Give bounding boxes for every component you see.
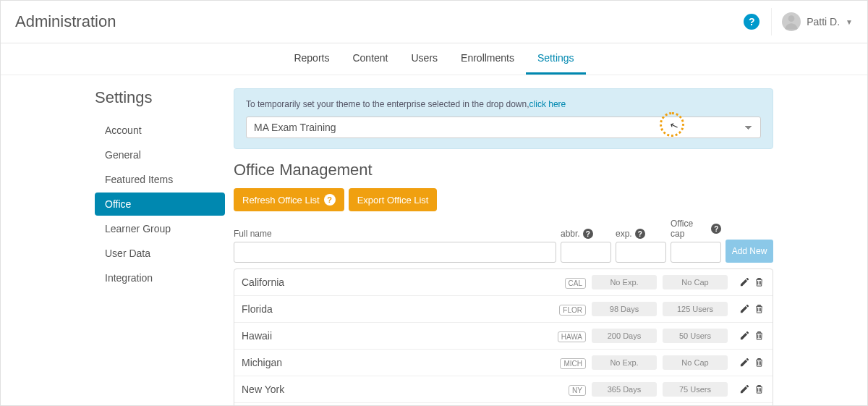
office-name: Michigan — [242, 357, 540, 368]
user-menu[interactable]: Patti D. ▼ — [771, 8, 853, 35]
office-list: California CAL No Exp. No Cap Florida FL… — [234, 268, 773, 406]
delete-icon[interactable] — [754, 276, 765, 288]
tab-enrollments[interactable]: Enrollments — [449, 43, 526, 75]
cap-pill: No Cap — [663, 275, 728, 289]
office-row: New York NY 365 Days 75 Users — [234, 376, 773, 403]
caret-down-icon: ▼ — [846, 18, 853, 26]
abbr-badge: HAWA — [558, 331, 586, 342]
tab-users[interactable]: Users — [400, 43, 450, 75]
sidebar-item-user-data[interactable]: User Data — [95, 242, 225, 265]
sidebar-item-office[interactable]: Office — [95, 193, 225, 216]
cap-pill: No Cap — [663, 355, 728, 370]
sidebar-item-account[interactable]: Account — [95, 119, 225, 142]
help-icon[interactable]: ? — [635, 229, 645, 239]
exp-input[interactable] — [616, 242, 666, 263]
exp-pill: No Exp. — [592, 275, 657, 289]
delete-icon[interactable] — [754, 384, 765, 395]
tab-content[interactable]: Content — [341, 43, 399, 75]
edit-icon[interactable] — [739, 303, 751, 315]
avatar — [782, 12, 801, 31]
fullname-label: Full name — [234, 229, 556, 239]
banner-text-label: To temporarily set your theme to the ent… — [246, 99, 529, 109]
abbr-label: abbr. ? — [561, 229, 611, 239]
abbr-badge: CAL — [565, 278, 586, 289]
sidebar-item-featured-items[interactable]: Featured Items — [95, 168, 225, 191]
export-button-label: Export Office List — [357, 195, 429, 206]
office-row: Florida FLOR 98 Days 125 Users — [234, 296, 773, 323]
export-office-list-button[interactable]: Export Office List — [349, 188, 438, 211]
tab-reports[interactable]: Reports — [282, 43, 341, 75]
help-icon[interactable]: ? — [583, 229, 593, 239]
sidebar-item-integration[interactable]: Integration — [95, 266, 225, 289]
help-icon: ? — [324, 194, 336, 206]
exp-pill: No Exp. — [592, 355, 657, 370]
cap-pill: 75 Users — [663, 382, 728, 397]
exp-pill: 98 Days — [592, 302, 657, 316]
refresh-button-label: Refresh Office List — [242, 195, 320, 206]
abbr-badge: NY — [569, 385, 586, 396]
cap-pill: 50 Users — [663, 329, 728, 343]
edit-icon[interactable] — [739, 384, 751, 395]
office-row: Hawaii HAWA 200 Days 50 Users — [234, 323, 773, 350]
office-row: Michigan MICH No Exp. No Cap — [234, 350, 773, 376]
abbr-input[interactable] — [561, 242, 611, 263]
banner-text: To temporarily set your theme to the ent… — [246, 99, 761, 109]
office-name: Hawaii — [242, 330, 540, 342]
fullname-input[interactable] — [234, 242, 556, 263]
edit-icon[interactable] — [739, 330, 751, 342]
sidebar-title: Settings — [95, 88, 225, 107]
help-icon[interactable]: ? — [711, 224, 721, 234]
enterprise-select[interactable]: MA Exam Training — [246, 117, 761, 138]
edit-icon[interactable] — [739, 276, 751, 288]
office-row: California CAL No Exp. No Cap — [234, 269, 773, 296]
edit-icon[interactable] — [739, 357, 751, 368]
office-name: New York — [242, 384, 540, 395]
section-title: Office Management — [234, 161, 773, 179]
abbr-badge: FLOR — [559, 305, 586, 316]
svg-point-0 — [788, 15, 795, 22]
exp-pill: 365 Days — [592, 382, 657, 397]
exp-pill: 200 Days — [592, 329, 657, 343]
tab-settings[interactable]: Settings — [526, 43, 586, 75]
refresh-office-list-button[interactable]: Refresh Office List ? — [234, 188, 344, 211]
theme-banner: To temporarily set your theme to the ent… — [234, 88, 773, 149]
exp-label: exp. ? — [616, 229, 666, 239]
sidebar-item-general[interactable]: General — [95, 143, 225, 166]
user-name: Patti D. — [807, 16, 840, 28]
office-row: Texas TEXA No Exp. No Cap — [234, 403, 773, 406]
sidebar-item-learner-group[interactable]: Learner Group — [95, 217, 225, 240]
office-name: Florida — [242, 303, 540, 315]
add-new-button[interactable]: Add New — [726, 240, 773, 263]
help-icon[interactable]: ? — [744, 14, 760, 30]
abbr-badge: MICH — [560, 358, 586, 369]
page-header-title: Administration — [15, 12, 116, 31]
settings-sidebar: Settings Account General Featured Items … — [95, 88, 225, 406]
cap-input[interactable] — [671, 242, 721, 263]
main-tabs: Reports Content Users Enrollments Settin… — [1, 43, 867, 75]
cap-label: Office cap ? — [671, 219, 721, 239]
cap-pill: 125 Users — [663, 302, 728, 316]
delete-icon[interactable] — [754, 330, 765, 342]
delete-icon[interactable] — [754, 303, 765, 315]
banner-link[interactable]: click here — [529, 99, 566, 109]
office-name: California — [242, 276, 540, 288]
delete-icon[interactable] — [754, 357, 765, 368]
